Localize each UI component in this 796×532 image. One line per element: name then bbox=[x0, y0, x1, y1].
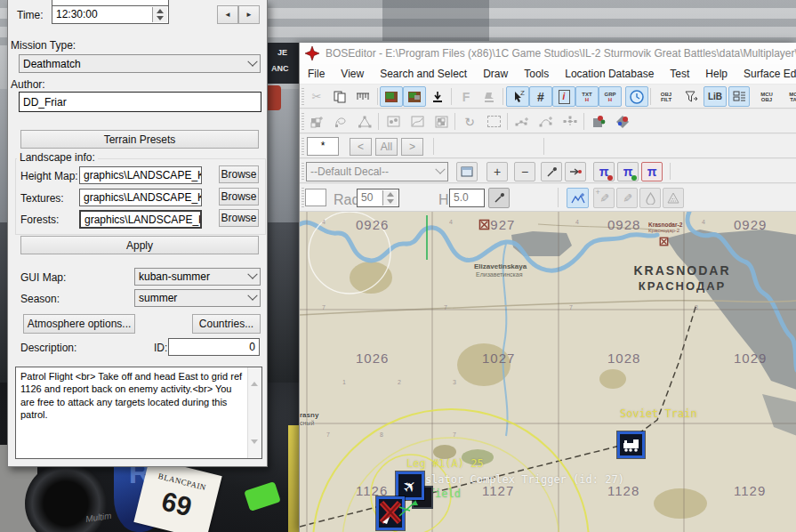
nav-next-button[interactable]: > bbox=[401, 138, 423, 156]
height-picker-button[interactable] bbox=[488, 188, 510, 208]
time-prev-button[interactable]: ◄ bbox=[217, 5, 238, 24]
menu-test[interactable]: Test bbox=[662, 68, 697, 80]
pi-check-button[interactable]: π bbox=[617, 162, 639, 181]
terrain-texture-button[interactable] bbox=[403, 86, 426, 107]
station-label-krasnodar2: Krasnodar-2 bbox=[648, 222, 682, 228]
color-swatch[interactable] bbox=[305, 189, 326, 206]
toolbar-grip[interactable] bbox=[302, 113, 304, 130]
pen-button[interactable]: ✎ bbox=[616, 188, 638, 208]
image-curve-button[interactable] bbox=[406, 111, 429, 132]
select-mode-button[interactable]: Z bbox=[506, 86, 529, 107]
toolbar-grip[interactable] bbox=[302, 188, 304, 207]
ruler-button[interactable] bbox=[351, 86, 374, 107]
decal-picker-button[interactable] bbox=[541, 162, 562, 181]
toolbar-grip[interactable] bbox=[302, 138, 304, 155]
mission-type-select[interactable]: Deathmatch bbox=[19, 54, 261, 73]
textures-input[interactable]: graphics\LANDSCAPE_Kuba bbox=[79, 189, 202, 206]
mcu-obj-button[interactable]: MCUOBJ bbox=[753, 86, 780, 107]
time-value: 12:30:00 bbox=[56, 8, 98, 20]
menu-help[interactable]: Help bbox=[697, 68, 736, 80]
filter-button[interactable] bbox=[680, 86, 702, 107]
author-input[interactable]: DD_Friar bbox=[19, 92, 261, 112]
height-input[interactable]: 5.0 bbox=[449, 189, 485, 207]
pi-import-button[interactable]: π bbox=[593, 162, 615, 181]
stamp-button[interactable] bbox=[478, 86, 501, 107]
terrain-raise-button[interactable] bbox=[567, 188, 589, 208]
stamp-color-button[interactable] bbox=[587, 111, 610, 132]
menu-location-database[interactable]: Location Database bbox=[557, 68, 662, 80]
forests-input[interactable]: graphics\LANDSCAPE_Kuba bbox=[79, 210, 202, 229]
decal-remove-button[interactable]: − bbox=[514, 162, 535, 181]
import-heights-button[interactable] bbox=[426, 86, 449, 107]
node-branch-button[interactable] bbox=[559, 111, 582, 132]
transform-box-button[interactable] bbox=[482, 111, 505, 132]
time-input[interactable]: 12:30:00 bbox=[52, 5, 169, 24]
copy-button[interactable] bbox=[328, 86, 351, 107]
add-bezier-button[interactable] bbox=[535, 111, 558, 132]
pattern-frame-button[interactable] bbox=[430, 111, 453, 132]
spin-up-icon[interactable] bbox=[153, 7, 167, 15]
nav-prev-button[interactable]: < bbox=[350, 138, 372, 156]
info-toggle-button[interactable]: i bbox=[552, 86, 575, 107]
grid-toggle-button[interactable]: # bbox=[529, 86, 552, 107]
menu-search-and-select[interactable]: Search and Select bbox=[372, 68, 475, 80]
height-map-browse-button[interactable]: Browse bbox=[219, 165, 259, 183]
gui-map-select[interactable]: kuban-summer bbox=[134, 268, 261, 286]
text-labels-toggle-button[interactable]: TXTH bbox=[575, 86, 599, 107]
add-pattern-button[interactable] bbox=[305, 111, 328, 132]
terrain-layer-button[interactable] bbox=[380, 86, 403, 107]
mcu-tap-button[interactable]: MCUTAP bbox=[782, 86, 796, 107]
object-filter-button[interactable]: OBJFILT bbox=[654, 86, 679, 107]
add-node-line-button[interactable] bbox=[511, 111, 534, 132]
season-select[interactable]: summer bbox=[134, 289, 261, 307]
time-spinner[interactable] bbox=[152, 7, 167, 22]
radius-spinner[interactable] bbox=[382, 190, 398, 206]
map-viewport[interactable]: 0926 0927 0928 0929 1026 1027 1028 1029 … bbox=[300, 212, 796, 532]
textures-browse-button[interactable]: Browse bbox=[219, 188, 259, 206]
f-tool-button[interactable]: F bbox=[454, 86, 478, 107]
spin-down-icon[interactable] bbox=[153, 15, 167, 23]
rotate-tool-button[interactable]: ↻ bbox=[458, 111, 481, 132]
description-textarea[interactable]: Patrol Flight <br> Take off and head Eas… bbox=[15, 367, 262, 459]
decal-select[interactable]: --Default Decal-- bbox=[306, 162, 448, 181]
group-labels-toggle-button[interactable]: GRPH bbox=[599, 86, 622, 107]
filter-pattern-input[interactable]: * bbox=[307, 137, 339, 156]
terrain-presets-button[interactable]: Terrain Presets bbox=[20, 130, 259, 149]
panels-button[interactable] bbox=[728, 86, 750, 107]
train-unit-icon[interactable] bbox=[617, 431, 645, 458]
dots-box-icon bbox=[387, 116, 400, 127]
toolbar-grip[interactable] bbox=[302, 88, 304, 105]
apply-button[interactable]: Apply bbox=[20, 236, 259, 254]
forests-browse-button[interactable]: Browse bbox=[219, 209, 259, 227]
time-next-button[interactable]: ► bbox=[238, 5, 260, 24]
nav-all-button[interactable]: All bbox=[375, 138, 398, 156]
id-input[interactable]: 0 bbox=[168, 338, 260, 356]
pi-active-button[interactable]: π bbox=[641, 162, 663, 181]
decal-assign-button[interactable] bbox=[565, 162, 586, 181]
countries-button[interactable]: Countries... bbox=[192, 314, 261, 334]
lasso-tool-button[interactable] bbox=[329, 111, 352, 132]
polygon-nodes-button[interactable] bbox=[353, 111, 376, 132]
cut-button[interactable]: ✂ bbox=[305, 86, 328, 107]
toolbar-grip[interactable] bbox=[302, 163, 304, 180]
description-scrollbar[interactable] bbox=[247, 367, 261, 458]
decal-preview-button[interactable] bbox=[456, 162, 478, 181]
height-map-input[interactable]: graphics\LANDSCAPE_Kuba bbox=[79, 166, 202, 184]
pen-add-button[interactable]: ✎+ bbox=[593, 188, 615, 208]
time-clock-button[interactable] bbox=[625, 86, 648, 107]
scroll-up-icon[interactable] bbox=[251, 370, 258, 383]
smooth-button[interactable] bbox=[639, 188, 661, 208]
menu-tools[interactable]: Tools bbox=[516, 68, 557, 80]
atmosphere-options-button[interactable]: Atmosphere options... bbox=[23, 314, 135, 334]
menu-view[interactable]: View bbox=[333, 68, 372, 80]
noise-button[interactable] bbox=[663, 188, 684, 208]
decal-add-button[interactable]: + bbox=[486, 162, 508, 181]
radius-input[interactable]: 50 bbox=[357, 189, 399, 207]
scroll-down-icon[interactable] bbox=[251, 443, 258, 455]
menu-draw[interactable]: Draw bbox=[475, 68, 516, 80]
menu-surface-edit[interactable]: Surface Edit bbox=[736, 68, 796, 80]
library-button[interactable]: LiB bbox=[704, 86, 727, 107]
stamp-color-alt-button[interactable] bbox=[611, 111, 634, 132]
decal-points-button[interactable] bbox=[382, 111, 405, 132]
menu-file[interactable]: File bbox=[300, 68, 333, 80]
